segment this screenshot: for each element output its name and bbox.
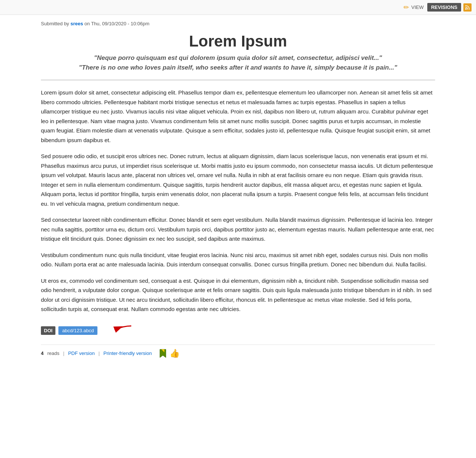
doi-label: DOI	[41, 326, 55, 335]
subtitle-line2: "There is no one who loves pain itself, …	[41, 63, 435, 73]
arrow-indicator	[103, 323, 133, 339]
view-label: VIEW	[411, 4, 424, 10]
paragraph-5: Ut eros ex, commodo vel condimentum sed,…	[41, 276, 435, 314]
author-link[interactable]: srees	[71, 21, 83, 26]
paragraph-4: Vestibulum condimentum nunc quis nulla t…	[41, 250, 435, 269]
title-divider	[41, 80, 435, 80]
arrow-svg	[103, 323, 133, 336]
pdf-version-link[interactable]: PDF version	[68, 350, 95, 356]
reads-label: reads	[47, 350, 60, 356]
article-body: Lorem ipsum dolor sit amet, consectetur …	[41, 88, 435, 314]
printer-friendly-link[interactable]: Printer-friendly version	[103, 350, 152, 356]
content-area: Submitted by srees on Thu, 09/10/2020 - …	[33, 15, 443, 368]
submitted-by: Submitted by srees on Thu, 09/10/2020 - …	[41, 21, 435, 26]
footer-icons: 👍	[158, 349, 180, 358]
edit-icon[interactable]: ✏	[403, 3, 409, 12]
separator-2: |	[99, 350, 100, 356]
thumbs-up-icon[interactable]: 👍	[170, 349, 180, 358]
rss-icon[interactable]	[463, 3, 472, 12]
paragraph-2: Sed posuere odio odio, et suscipit eros …	[41, 151, 435, 208]
doi-value[interactable]: abcd/123.abcd	[58, 326, 97, 335]
footer-bar: 4 reads | PDF version | Printer-friendly…	[41, 345, 435, 362]
submitted-prefix: Submitted by	[41, 21, 71, 26]
top-bar-actions: ✏ VIEW REVISIONS	[403, 3, 472, 12]
separator-1: |	[63, 350, 64, 356]
submitted-date: on Thu, 09/10/2020 - 10:06pm	[83, 21, 149, 26]
subtitle-line1: "Neque porro quisquam est qui dolorem ip…	[41, 53, 435, 63]
revisions-button[interactable]: REVISIONS	[427, 3, 461, 12]
paragraph-3: Sed consectetur laoreet nibh condimentum…	[41, 215, 435, 244]
bookmark-icon[interactable]	[158, 349, 167, 358]
article-subtitle: "Neque porro quisquam est qui dolorem ip…	[41, 53, 435, 72]
reads-count: 4	[41, 350, 44, 356]
top-bar: ✏ VIEW REVISIONS	[0, 0, 476, 15]
svg-point-0	[465, 8, 467, 10]
doi-section: DOI abcd/123.abcd	[41, 323, 435, 339]
paragraph-1: Lorem ipsum dolor sit amet, consectetur …	[41, 88, 435, 145]
article-title: Lorem Ipsum	[41, 32, 435, 50]
